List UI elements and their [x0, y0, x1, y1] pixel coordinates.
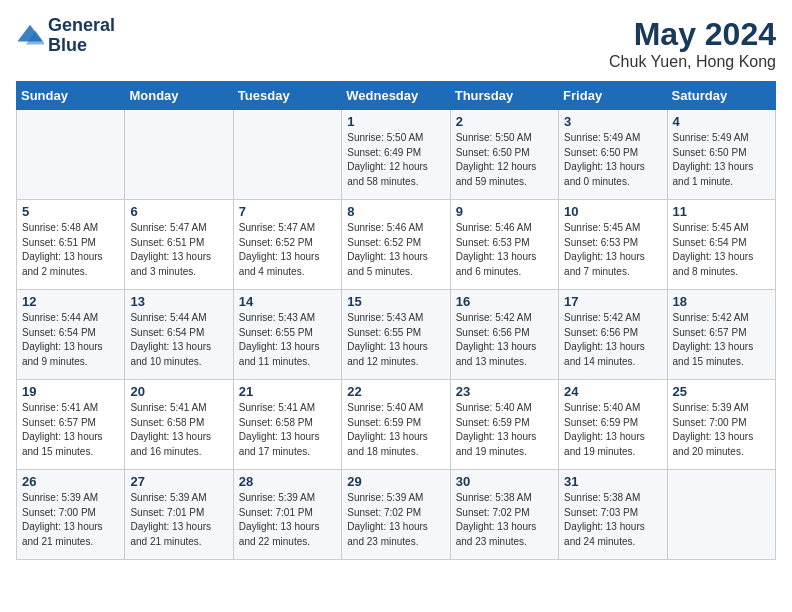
- day-number: 29: [347, 474, 444, 489]
- day-number: 15: [347, 294, 444, 309]
- logo-text: General Blue: [48, 16, 115, 56]
- day-number: 23: [456, 384, 553, 399]
- calendar-cell: 23Sunrise: 5:40 AM Sunset: 6:59 PM Dayli…: [450, 380, 558, 470]
- column-header-saturday: Saturday: [667, 82, 775, 110]
- calendar-week-4: 19Sunrise: 5:41 AM Sunset: 6:57 PM Dayli…: [17, 380, 776, 470]
- calendar-cell: 22Sunrise: 5:40 AM Sunset: 6:59 PM Dayli…: [342, 380, 450, 470]
- calendar-cell: 14Sunrise: 5:43 AM Sunset: 6:55 PM Dayli…: [233, 290, 341, 380]
- calendar-cell: 29Sunrise: 5:39 AM Sunset: 7:02 PM Dayli…: [342, 470, 450, 560]
- logo-icon: [16, 22, 44, 50]
- calendar-table: SundayMondayTuesdayWednesdayThursdayFrid…: [16, 81, 776, 560]
- column-header-friday: Friday: [559, 82, 667, 110]
- day-info: Sunrise: 5:41 AM Sunset: 6:58 PM Dayligh…: [239, 401, 336, 459]
- day-number: 6: [130, 204, 227, 219]
- calendar-cell: 30Sunrise: 5:38 AM Sunset: 7:02 PM Dayli…: [450, 470, 558, 560]
- calendar-cell: 7Sunrise: 5:47 AM Sunset: 6:52 PM Daylig…: [233, 200, 341, 290]
- calendar-cell: 27Sunrise: 5:39 AM Sunset: 7:01 PM Dayli…: [125, 470, 233, 560]
- calendar-cell: 31Sunrise: 5:38 AM Sunset: 7:03 PM Dayli…: [559, 470, 667, 560]
- day-info: Sunrise: 5:41 AM Sunset: 6:57 PM Dayligh…: [22, 401, 119, 459]
- day-info: Sunrise: 5:43 AM Sunset: 6:55 PM Dayligh…: [347, 311, 444, 369]
- day-number: 18: [673, 294, 770, 309]
- day-number: 3: [564, 114, 661, 129]
- calendar-cell: 26Sunrise: 5:39 AM Sunset: 7:00 PM Dayli…: [17, 470, 125, 560]
- calendar-week-1: 1Sunrise: 5:50 AM Sunset: 6:49 PM Daylig…: [17, 110, 776, 200]
- day-info: Sunrise: 5:39 AM Sunset: 7:00 PM Dayligh…: [22, 491, 119, 549]
- day-number: 22: [347, 384, 444, 399]
- calendar-cell: 3Sunrise: 5:49 AM Sunset: 6:50 PM Daylig…: [559, 110, 667, 200]
- calendar-cell: 24Sunrise: 5:40 AM Sunset: 6:59 PM Dayli…: [559, 380, 667, 470]
- calendar-cell: 9Sunrise: 5:46 AM Sunset: 6:53 PM Daylig…: [450, 200, 558, 290]
- calendar-cell: 8Sunrise: 5:46 AM Sunset: 6:52 PM Daylig…: [342, 200, 450, 290]
- day-info: Sunrise: 5:40 AM Sunset: 6:59 PM Dayligh…: [456, 401, 553, 459]
- column-header-monday: Monday: [125, 82, 233, 110]
- calendar-cell: 5Sunrise: 5:48 AM Sunset: 6:51 PM Daylig…: [17, 200, 125, 290]
- day-info: Sunrise: 5:40 AM Sunset: 6:59 PM Dayligh…: [564, 401, 661, 459]
- column-header-tuesday: Tuesday: [233, 82, 341, 110]
- day-number: 13: [130, 294, 227, 309]
- calendar-cell: 18Sunrise: 5:42 AM Sunset: 6:57 PM Dayli…: [667, 290, 775, 380]
- day-info: Sunrise: 5:50 AM Sunset: 6:49 PM Dayligh…: [347, 131, 444, 189]
- calendar-cell: 10Sunrise: 5:45 AM Sunset: 6:53 PM Dayli…: [559, 200, 667, 290]
- day-number: 14: [239, 294, 336, 309]
- day-info: Sunrise: 5:39 AM Sunset: 7:00 PM Dayligh…: [673, 401, 770, 459]
- location-subtitle: Chuk Yuen, Hong Kong: [609, 53, 776, 71]
- calendar-cell: [233, 110, 341, 200]
- day-number: 9: [456, 204, 553, 219]
- column-header-thursday: Thursday: [450, 82, 558, 110]
- day-number: 5: [22, 204, 119, 219]
- day-info: Sunrise: 5:48 AM Sunset: 6:51 PM Dayligh…: [22, 221, 119, 279]
- calendar-cell: [17, 110, 125, 200]
- day-info: Sunrise: 5:44 AM Sunset: 6:54 PM Dayligh…: [130, 311, 227, 369]
- day-info: Sunrise: 5:42 AM Sunset: 6:56 PM Dayligh…: [564, 311, 661, 369]
- day-number: 12: [22, 294, 119, 309]
- calendar-cell: 16Sunrise: 5:42 AM Sunset: 6:56 PM Dayli…: [450, 290, 558, 380]
- day-number: 4: [673, 114, 770, 129]
- day-info: Sunrise: 5:38 AM Sunset: 7:03 PM Dayligh…: [564, 491, 661, 549]
- day-number: 24: [564, 384, 661, 399]
- day-number: 30: [456, 474, 553, 489]
- calendar-cell: 4Sunrise: 5:49 AM Sunset: 6:50 PM Daylig…: [667, 110, 775, 200]
- calendar-cell: 19Sunrise: 5:41 AM Sunset: 6:57 PM Dayli…: [17, 380, 125, 470]
- day-info: Sunrise: 5:41 AM Sunset: 6:58 PM Dayligh…: [130, 401, 227, 459]
- calendar-week-5: 26Sunrise: 5:39 AM Sunset: 7:00 PM Dayli…: [17, 470, 776, 560]
- day-info: Sunrise: 5:43 AM Sunset: 6:55 PM Dayligh…: [239, 311, 336, 369]
- day-number: 10: [564, 204, 661, 219]
- calendar-cell: 13Sunrise: 5:44 AM Sunset: 6:54 PM Dayli…: [125, 290, 233, 380]
- page-header: General Blue May 2024 Chuk Yuen, Hong Ko…: [16, 16, 776, 71]
- calendar-cell: 6Sunrise: 5:47 AM Sunset: 6:51 PM Daylig…: [125, 200, 233, 290]
- calendar-header: SundayMondayTuesdayWednesdayThursdayFrid…: [17, 82, 776, 110]
- day-number: 21: [239, 384, 336, 399]
- day-number: 17: [564, 294, 661, 309]
- day-info: Sunrise: 5:42 AM Sunset: 6:56 PM Dayligh…: [456, 311, 553, 369]
- calendar-cell: 11Sunrise: 5:45 AM Sunset: 6:54 PM Dayli…: [667, 200, 775, 290]
- day-info: Sunrise: 5:38 AM Sunset: 7:02 PM Dayligh…: [456, 491, 553, 549]
- day-number: 19: [22, 384, 119, 399]
- day-number: 7: [239, 204, 336, 219]
- day-info: Sunrise: 5:46 AM Sunset: 6:52 PM Dayligh…: [347, 221, 444, 279]
- calendar-cell: 1Sunrise: 5:50 AM Sunset: 6:49 PM Daylig…: [342, 110, 450, 200]
- day-number: 2: [456, 114, 553, 129]
- calendar-cell: 28Sunrise: 5:39 AM Sunset: 7:01 PM Dayli…: [233, 470, 341, 560]
- calendar-week-3: 12Sunrise: 5:44 AM Sunset: 6:54 PM Dayli…: [17, 290, 776, 380]
- day-info: Sunrise: 5:46 AM Sunset: 6:53 PM Dayligh…: [456, 221, 553, 279]
- title-block: May 2024 Chuk Yuen, Hong Kong: [609, 16, 776, 71]
- calendar-body: 1Sunrise: 5:50 AM Sunset: 6:49 PM Daylig…: [17, 110, 776, 560]
- day-number: 1: [347, 114, 444, 129]
- month-year-title: May 2024: [609, 16, 776, 53]
- day-info: Sunrise: 5:40 AM Sunset: 6:59 PM Dayligh…: [347, 401, 444, 459]
- day-info: Sunrise: 5:50 AM Sunset: 6:50 PM Dayligh…: [456, 131, 553, 189]
- day-info: Sunrise: 5:42 AM Sunset: 6:57 PM Dayligh…: [673, 311, 770, 369]
- calendar-cell: [667, 470, 775, 560]
- calendar-cell: 12Sunrise: 5:44 AM Sunset: 6:54 PM Dayli…: [17, 290, 125, 380]
- day-number: 16: [456, 294, 553, 309]
- day-number: 26: [22, 474, 119, 489]
- day-number: 27: [130, 474, 227, 489]
- day-info: Sunrise: 5:47 AM Sunset: 6:52 PM Dayligh…: [239, 221, 336, 279]
- day-number: 31: [564, 474, 661, 489]
- day-info: Sunrise: 5:39 AM Sunset: 7:02 PM Dayligh…: [347, 491, 444, 549]
- day-info: Sunrise: 5:45 AM Sunset: 6:54 PM Dayligh…: [673, 221, 770, 279]
- day-info: Sunrise: 5:44 AM Sunset: 6:54 PM Dayligh…: [22, 311, 119, 369]
- day-number: 11: [673, 204, 770, 219]
- calendar-cell: 2Sunrise: 5:50 AM Sunset: 6:50 PM Daylig…: [450, 110, 558, 200]
- day-number: 25: [673, 384, 770, 399]
